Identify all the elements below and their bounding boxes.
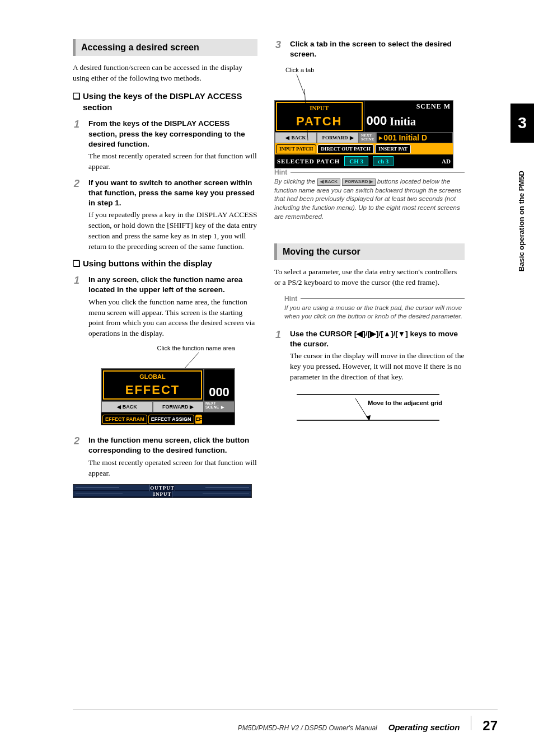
pointer-line <box>274 74 465 95</box>
step-b3: 3 Click a tab in the screen to select th… <box>275 39 465 61</box>
scene-number: 000 <box>367 114 387 128</box>
patch-input-label: INPUT <box>276 102 363 113</box>
step-title: In the function menu screen, click the b… <box>88 435 257 456</box>
selected-patch-ch-a[interactable]: CH 3 <box>344 156 368 166</box>
back-button[interactable]: ◀BACK <box>101 401 153 412</box>
screenshot-function-area: GLOBAL EFFECT 000 ◀BACK FORWARD▶ NEXTSCE… <box>101 368 235 425</box>
scene-name: Initia <box>390 115 416 128</box>
cursor-paragraph: To select a parameter, use the data entr… <box>274 267 465 288</box>
step-number: 3 <box>275 39 285 61</box>
next-scene-display: ▶001 Initial D <box>376 132 453 143</box>
step-number: 2 <box>74 178 84 252</box>
step-b2: 2 In the function menu screen, click the… <box>74 435 257 478</box>
menu-input-label: INPUT <box>153 491 172 497</box>
hint-label: Hint <box>284 295 465 303</box>
fn-effect-label: EFFECT <box>103 382 202 400</box>
page-footer: PM5D/PM5D-RH V2 / DSP5D Owner's Manual O… <box>73 710 498 734</box>
svg-line-0 <box>185 353 199 368</box>
pointer-line <box>73 353 257 368</box>
step-number: 2 <box>74 435 84 478</box>
footer-model: PM5D/PM5D-RH V2 / DSP5D Owner's Manual <box>238 724 377 732</box>
back-button-inline: ◀ BACK <box>317 179 340 186</box>
selected-patch-ad: AD <box>442 158 451 165</box>
hint-box-2: Hint If you are using a mouse or the tra… <box>284 295 465 321</box>
forward-button[interactable]: FORWARD▶ <box>153 401 204 412</box>
step-c1: 1 Use the CURSOR [◀]/[▶]/[▲]/[▼] keys to… <box>275 329 465 383</box>
svg-line-1 <box>297 74 305 95</box>
step-b1: 1 In any screen, click the function name… <box>74 275 257 339</box>
screenshot-grid-after <box>297 420 439 421</box>
subheading-buttons: Using buttons within the display <box>73 258 257 269</box>
caption-click-tab: Click a tab <box>285 67 465 73</box>
subheading-keys: Using the keys of the DISPLAY ACCESS sec… <box>73 91 257 114</box>
back-button[interactable]: ◀BACK <box>275 132 317 143</box>
step-number: 1 <box>275 329 285 383</box>
hint-text: By clicking the ◀ BACK FORWARD ▶ buttons… <box>274 177 465 221</box>
tab-effect-param[interactable]: EFFECT PARAM <box>102 415 147 424</box>
caption-fn-area: Click the function name area <box>73 345 257 351</box>
step-title: Use the CURSOR [◀]/[▶]/[▲]/[▼] keys to m… <box>290 329 465 349</box>
step-title: Click a tab in the screen to select the … <box>290 39 465 59</box>
selected-patch-ch-b[interactable]: ch 3 <box>373 156 394 166</box>
tab-input-patch[interactable]: INPUT PATCH <box>276 144 316 153</box>
step-a1: 1 From the keys of the DISPLAY ACCESS se… <box>74 119 257 172</box>
step-text: The most recently operated screen for th… <box>88 458 257 479</box>
fn-global-label: GLOBAL <box>103 370 202 382</box>
forward-button[interactable]: FORWARD▶ <box>317 132 359 143</box>
screenshot-patch: INPUT PATCH SCENE M 000 Initia ◀BACK FOR… <box>274 100 453 168</box>
selected-patch-label: SELECTED PATCH <box>277 158 340 165</box>
tab-row: EFFECT PARAM EFFECT ASSIGN EF <box>101 412 235 425</box>
step-number: 1 <box>74 275 84 339</box>
scene-number: 000 <box>204 369 235 401</box>
scene-label: SCENE M <box>364 101 453 112</box>
intro-paragraph: A desired function/screen can be accesse… <box>73 63 257 84</box>
footer-page-number: 27 <box>483 718 498 734</box>
function-name-area[interactable]: INPUT PATCH <box>275 101 364 132</box>
hint-label: Hint <box>274 168 465 176</box>
tab-direct-out-patch[interactable]: DIRECT OUT PATCH <box>317 144 374 153</box>
step-number: 1 <box>74 119 84 172</box>
section-heading: Moving the cursor <box>274 243 465 260</box>
patch-big-label: PATCH <box>276 113 363 131</box>
section-heading: Accessing a desired screen <box>73 39 257 56</box>
tab-insert-patch[interactable]: INSERT PAT <box>375 144 411 153</box>
step-text: When you click the function name area, t… <box>88 297 257 340</box>
step-title: If you want to switch to another screen … <box>88 178 257 209</box>
tab-effect-assign[interactable]: EFFECT ASSIGN <box>148 415 194 424</box>
step-title: From the keys of the DISPLAY ACCESS sect… <box>88 119 257 149</box>
step-a2: 2 If you want to switch to another scree… <box>74 178 257 252</box>
screenshot-grid-before <box>297 394 439 395</box>
footer-section: Operating section <box>388 722 460 732</box>
hint-text: If you are using a mouse or the track pa… <box>284 304 465 321</box>
step-text: The most recently operated screen for th… <box>88 151 257 172</box>
step-title: In any screen, click the function name a… <box>88 275 257 295</box>
tab-partial[interactable]: EF <box>195 415 202 424</box>
next-scene-button[interactable]: NEXTSCENE▶ <box>204 401 235 412</box>
step-text: The cursor in the display will move in t… <box>290 351 465 383</box>
forward-button-inline: FORWARD ▶ <box>342 179 375 186</box>
function-name-area[interactable]: GLOBAL EFFECT <box>101 369 204 401</box>
screenshot-function-menu: OUTPUT INPUT <box>73 484 252 498</box>
step-text: If you repeatedly press a key in the DIS… <box>88 210 257 252</box>
tab-row: INPUT PATCH DIRECT OUT PATCH INSERT PAT <box>275 143 453 154</box>
next-scene-button[interactable]: NEXTSCENE <box>359 132 376 143</box>
hint-box-1: Hint By clicking the ◀ BACK FORWARD ▶ bu… <box>274 168 465 221</box>
